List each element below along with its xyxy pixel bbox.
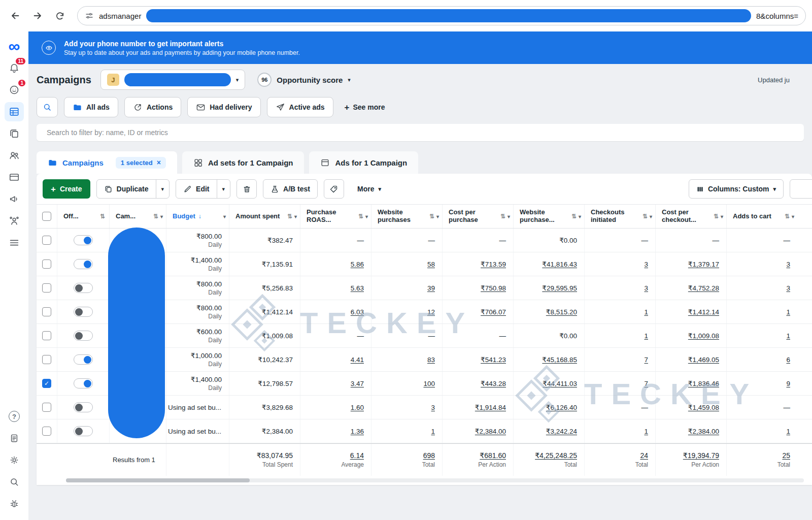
create-button[interactable]: + Create [43, 179, 90, 199]
tab-ads[interactable]: Ads for 1 Campaign [309, 151, 418, 174]
metric-value[interactable]: ₹1,469.05 [688, 355, 719, 364]
edit-button[interactable]: Edit ▾ [176, 179, 230, 199]
filter-actions[interactable]: Actions [124, 97, 181, 117]
sort-icon[interactable]: ⇅ [571, 213, 577, 220]
metric-value[interactable]: 1 [644, 308, 648, 316]
metric-value[interactable]: ₹706.07 [481, 308, 506, 316]
filter-search-button[interactable] [37, 97, 58, 117]
metric-value[interactable]: ₹8,515.20 [546, 308, 577, 316]
column-header-off[interactable]: Off...⇅ [57, 205, 109, 228]
column-header-atc[interactable]: Adds to cart⇅▾ [726, 205, 797, 228]
column-menu-caret-icon[interactable]: ▾ [579, 214, 581, 219]
sidebar-item-campaigns[interactable] [5, 102, 24, 121]
sidebar-item-menu[interactable] [5, 233, 24, 252]
metric-value[interactable]: 9 [786, 380, 790, 387]
column-menu-caret-icon[interactable]: ▾ [792, 214, 794, 219]
metric-value[interactable]: 3 [644, 261, 648, 268]
column-header-value[interactable]: Website purchase...⇅▾ [513, 205, 584, 228]
column-header-cpp[interactable]: Cost per purchase⇅▾ [442, 205, 513, 228]
metric-value[interactable]: ₹41,816.43 [542, 260, 577, 268]
row-checkbox[interactable]: ✓ [42, 379, 51, 388]
columns-button[interactable]: Columns: Custom ▾ [689, 179, 784, 199]
column-header-budget[interactable]: Budget↓▾ [166, 205, 229, 228]
metric-value[interactable]: 1 [644, 428, 648, 435]
sidebar-item-report-bug[interactable] [5, 494, 24, 513]
footer-value[interactable]: 6.14 [350, 451, 364, 460]
metric-value[interactable]: 3.47 [351, 380, 364, 387]
column-menu-caret-icon[interactable]: ▾ [436, 214, 439, 219]
filter-active-ads[interactable]: Active ads [267, 97, 333, 117]
site-settings-icon[interactable] [85, 11, 94, 20]
sidebar-item-business[interactable] [5, 211, 24, 231]
metric-value[interactable]: 1 [786, 308, 790, 316]
sort-icon[interactable]: ⇅ [100, 213, 105, 220]
column-menu-caret-icon[interactable]: ▾ [160, 214, 163, 219]
ab-test-button[interactable]: A/B test [263, 179, 318, 199]
browser-forward-button[interactable] [28, 7, 47, 25]
chevron-down-icon[interactable]: ▾ [236, 77, 239, 83]
metric-value[interactable]: 83 [427, 356, 435, 364]
column-header-roas[interactable]: Purchase ROAS...⇅▾ [300, 205, 371, 228]
metric-value[interactable]: ₹2,384.00 [688, 427, 719, 435]
footer-value[interactable]: 25 [782, 451, 790, 460]
sort-icon[interactable]: ⇅ [714, 213, 719, 220]
sidebar-item-account[interactable]: 1 [5, 80, 24, 100]
metric-value[interactable]: 5.63 [351, 284, 364, 292]
search-input[interactable] [37, 128, 804, 137]
duplicate-button[interactable]: Duplicate ▾ [96, 179, 170, 199]
close-icon[interactable]: × [157, 159, 161, 166]
metric-value[interactable]: 3 [644, 284, 648, 292]
column-header-purchases[interactable]: Website purchases⇅▾ [371, 205, 442, 228]
row-checkbox[interactable] [42, 259, 51, 269]
metric-value[interactable]: ₹44,411.03 [543, 379, 577, 387]
column-menu-caret-icon[interactable]: ▾ [365, 214, 368, 219]
chevron-down-icon[interactable]: ▾ [348, 77, 351, 83]
scrollbar-thumb[interactable] [66, 478, 250, 482]
browser-reload-button[interactable] [51, 7, 69, 25]
sort-icon[interactable]: ⇅ [153, 213, 158, 220]
campaign-toggle[interactable] [74, 235, 93, 245]
campaign-toggle[interactable] [74, 283, 93, 293]
row-checkbox[interactable] [42, 307, 51, 316]
metric-value[interactable]: ₹1,379.17 [688, 260, 719, 268]
row-checkbox[interactable] [42, 403, 51, 412]
sort-icon[interactable]: ⇅ [358, 213, 363, 220]
sort-icon[interactable]: ⇅ [642, 213, 648, 220]
metric-value[interactable]: 100 [423, 380, 435, 387]
metric-value[interactable]: ₹4,752.28 [688, 284, 719, 292]
column-header-campaign[interactable]: Cam...⇅▾ [109, 205, 166, 228]
metric-value[interactable]: 3 [786, 284, 790, 292]
metric-value[interactable]: 7 [644, 356, 648, 364]
duplicate-dropdown[interactable]: ▾ [156, 180, 170, 198]
delete-button[interactable] [236, 179, 257, 199]
sort-icon[interactable]: ⇅ [785, 213, 790, 220]
more-button[interactable]: More ▾ [350, 179, 388, 199]
column-header-spent[interactable]: Amount spent⇅▾ [229, 205, 300, 228]
metric-value[interactable]: 12 [427, 308, 435, 316]
row-checkbox[interactable] [42, 283, 51, 292]
selected-count-badge[interactable]: 1 selected × [116, 157, 166, 169]
metric-value[interactable]: 1 [786, 332, 790, 340]
footer-value[interactable]: ₹4,25,248.25 [535, 451, 577, 460]
metric-value[interactable]: 1.60 [351, 404, 364, 411]
sidebar-item-docs[interactable] [5, 429, 24, 448]
metric-value[interactable]: ₹750.98 [481, 284, 506, 292]
row-checkbox[interactable] [42, 355, 51, 364]
opportunity-score[interactable]: 96 Opportunity score ▾ [257, 73, 351, 87]
metric-value[interactable]: ₹6,126.40 [546, 403, 577, 411]
campaign-toggle[interactable] [74, 331, 93, 341]
metric-value[interactable]: 1 [431, 428, 435, 435]
sidebar-item-billing[interactable] [5, 168, 24, 187]
row-checkbox[interactable] [42, 427, 51, 436]
metric-value[interactable]: 3 [431, 404, 435, 411]
campaign-toggle[interactable] [74, 402, 93, 412]
column-menu-caret-icon[interactable]: ▾ [294, 214, 297, 219]
tag-button[interactable] [324, 179, 344, 199]
url-bar[interactable]: adsmanager 8&columns= [77, 6, 806, 25]
metric-value[interactable]: ₹1,836.46 [688, 379, 719, 387]
meta-logo[interactable]: ∞ [5, 37, 24, 56]
metric-value[interactable]: 4.41 [351, 356, 364, 364]
column-menu-caret-icon[interactable]: ▾ [223, 214, 226, 219]
metric-value[interactable]: ₹1,009.08 [688, 332, 719, 340]
metric-value[interactable]: 58 [427, 261, 435, 268]
